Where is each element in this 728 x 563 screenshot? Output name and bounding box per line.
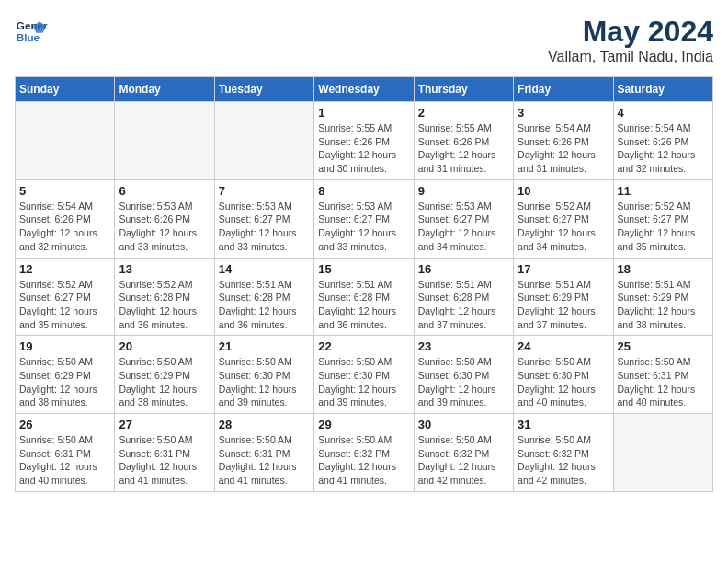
calendar-week-row: 5Sunrise: 5:54 AMSunset: 6:26 PMDaylight… (16, 179, 713, 258)
table-row: 19Sunrise: 5:50 AMSunset: 6:29 PMDayligh… (16, 336, 115, 414)
day-info: Sunrise: 5:52 AMSunset: 6:28 PMDaylight:… (119, 278, 210, 332)
day-info: Sunrise: 5:52 AMSunset: 6:27 PMDaylight:… (19, 278, 110, 332)
day-number: 27 (119, 418, 210, 431)
day-info: Sunrise: 5:54 AMSunset: 6:26 PMDaylight:… (518, 121, 609, 176)
day-number: 9 (418, 184, 509, 198)
day-number: 6 (119, 184, 210, 198)
calendar-header-row: Sunday Monday Tuesday Wednesday Thursday… (16, 77, 713, 102)
day-number: 16 (418, 262, 509, 276)
header-wednesday: Wednesday (314, 77, 414, 102)
calendar-week-row: 26Sunrise: 5:50 AMSunset: 6:31 PMDayligh… (16, 414, 713, 492)
day-info: Sunrise: 5:50 AMSunset: 6:31 PMDaylight:… (19, 433, 110, 488)
table-row: 5Sunrise: 5:54 AMSunset: 6:26 PMDaylight… (16, 179, 115, 258)
day-info: Sunrise: 5:53 AMSunset: 6:27 PMDaylight:… (219, 200, 310, 254)
day-number: 2 (418, 106, 509, 120)
day-info: Sunrise: 5:50 AMSunset: 6:31 PMDaylight:… (119, 433, 210, 488)
day-number: 18 (618, 262, 709, 276)
day-info: Sunrise: 5:52 AMSunset: 6:27 PMDaylight:… (518, 200, 609, 254)
day-info: Sunrise: 5:50 AMSunset: 6:32 PMDaylight:… (318, 433, 409, 488)
day-info: Sunrise: 5:51 AMSunset: 6:28 PMDaylight:… (418, 278, 509, 332)
day-number: 17 (518, 262, 609, 276)
day-info: Sunrise: 5:51 AMSunset: 6:29 PMDaylight:… (518, 278, 609, 332)
table-row (214, 102, 313, 180)
day-info: Sunrise: 5:50 AMSunset: 6:31 PMDaylight:… (219, 433, 310, 488)
day-number: 5 (19, 184, 110, 198)
day-number: 15 (318, 262, 409, 276)
day-info: Sunrise: 5:51 AMSunset: 6:29 PMDaylight:… (618, 278, 709, 332)
table-row: 25Sunrise: 5:50 AMSunset: 6:31 PMDayligh… (613, 336, 712, 414)
header-thursday: Thursday (414, 77, 513, 102)
day-info: Sunrise: 5:53 AMSunset: 6:27 PMDaylight:… (418, 200, 509, 254)
day-info: Sunrise: 5:51 AMSunset: 6:28 PMDaylight:… (318, 278, 409, 332)
logo: General Blue (15, 15, 48, 48)
table-row: 6Sunrise: 5:53 AMSunset: 6:26 PMDaylight… (115, 179, 214, 258)
day-info: Sunrise: 5:50 AMSunset: 6:29 PMDaylight:… (19, 355, 110, 409)
day-number: 21 (219, 339, 310, 353)
day-number: 24 (518, 339, 609, 353)
day-number: 1 (318, 106, 409, 120)
day-number: 8 (318, 184, 409, 198)
table-row: 9Sunrise: 5:53 AMSunset: 6:27 PMDaylight… (414, 179, 513, 258)
day-number: 20 (119, 339, 210, 353)
day-number: 23 (418, 339, 509, 353)
table-row: 11Sunrise: 5:52 AMSunset: 6:27 PMDayligh… (613, 179, 712, 258)
table-row (16, 102, 115, 180)
day-info: Sunrise: 5:50 AMSunset: 6:29 PMDaylight:… (119, 355, 210, 409)
day-info: Sunrise: 5:50 AMSunset: 6:31 PMDaylight:… (618, 355, 709, 409)
table-row: 3Sunrise: 5:54 AMSunset: 6:26 PMDaylight… (514, 102, 613, 180)
page-header: General Blue May 2024 Vallam, Tamil Nadu… (15, 15, 713, 65)
day-info: Sunrise: 5:53 AMSunset: 6:26 PMDaylight:… (119, 200, 210, 254)
day-info: Sunrise: 5:53 AMSunset: 6:27 PMDaylight:… (318, 200, 409, 254)
day-number: 29 (318, 418, 409, 431)
month-year: May 2024 (548, 15, 713, 49)
title-block: May 2024 Vallam, Tamil Nadu, India (548, 15, 713, 65)
table-row: 31Sunrise: 5:50 AMSunset: 6:32 PMDayligh… (514, 414, 613, 492)
day-info: Sunrise: 5:52 AMSunset: 6:27 PMDaylight:… (618, 200, 709, 254)
calendar-week-row: 12Sunrise: 5:52 AMSunset: 6:27 PMDayligh… (16, 258, 713, 336)
day-info: Sunrise: 5:50 AMSunset: 6:32 PMDaylight:… (418, 433, 509, 488)
table-row: 16Sunrise: 5:51 AMSunset: 6:28 PMDayligh… (414, 258, 513, 336)
calendar-week-row: 1Sunrise: 5:55 AMSunset: 6:26 PMDaylight… (16, 102, 713, 180)
calendar-week-row: 19Sunrise: 5:50 AMSunset: 6:29 PMDayligh… (16, 336, 713, 414)
table-row: 2Sunrise: 5:55 AMSunset: 6:26 PMDaylight… (414, 102, 513, 180)
location: Vallam, Tamil Nadu, India (548, 49, 713, 65)
table-row: 13Sunrise: 5:52 AMSunset: 6:28 PMDayligh… (115, 258, 214, 336)
table-row: 14Sunrise: 5:51 AMSunset: 6:28 PMDayligh… (214, 258, 313, 336)
day-info: Sunrise: 5:51 AMSunset: 6:28 PMDaylight:… (219, 278, 310, 332)
table-row: 27Sunrise: 5:50 AMSunset: 6:31 PMDayligh… (115, 414, 214, 492)
table-row: 28Sunrise: 5:50 AMSunset: 6:31 PMDayligh… (214, 414, 313, 492)
table-row (115, 102, 214, 180)
header-tuesday: Tuesday (214, 77, 313, 102)
day-number: 4 (618, 106, 709, 120)
day-number: 11 (618, 184, 709, 198)
table-row: 7Sunrise: 5:53 AMSunset: 6:27 PMDaylight… (214, 179, 313, 258)
day-number: 10 (518, 184, 609, 198)
table-row (613, 414, 712, 492)
day-number: 7 (219, 184, 310, 198)
table-row: 10Sunrise: 5:52 AMSunset: 6:27 PMDayligh… (514, 179, 613, 258)
day-info: Sunrise: 5:50 AMSunset: 6:30 PMDaylight:… (219, 355, 310, 409)
header-monday: Monday (115, 77, 214, 102)
table-row: 23Sunrise: 5:50 AMSunset: 6:30 PMDayligh… (414, 336, 513, 414)
table-row: 18Sunrise: 5:51 AMSunset: 6:29 PMDayligh… (613, 258, 712, 336)
day-info: Sunrise: 5:50 AMSunset: 6:30 PMDaylight:… (518, 355, 609, 409)
table-row: 21Sunrise: 5:50 AMSunset: 6:30 PMDayligh… (214, 336, 313, 414)
day-info: Sunrise: 5:55 AMSunset: 6:26 PMDaylight:… (418, 121, 509, 176)
table-row: 22Sunrise: 5:50 AMSunset: 6:30 PMDayligh… (314, 336, 414, 414)
table-row: 4Sunrise: 5:54 AMSunset: 6:26 PMDaylight… (613, 102, 712, 180)
header-saturday: Saturday (613, 77, 712, 102)
day-info: Sunrise: 5:50 AMSunset: 6:30 PMDaylight:… (418, 355, 509, 409)
day-number: 12 (19, 262, 110, 276)
day-number: 13 (119, 262, 210, 276)
day-info: Sunrise: 5:55 AMSunset: 6:26 PMDaylight:… (318, 121, 409, 176)
table-row: 20Sunrise: 5:50 AMSunset: 6:29 PMDayligh… (115, 336, 214, 414)
day-number: 28 (219, 418, 310, 431)
table-row: 15Sunrise: 5:51 AMSunset: 6:28 PMDayligh… (314, 258, 414, 336)
table-row: 30Sunrise: 5:50 AMSunset: 6:32 PMDayligh… (414, 414, 513, 492)
day-number: 19 (19, 339, 110, 353)
table-row: 17Sunrise: 5:51 AMSunset: 6:29 PMDayligh… (514, 258, 613, 336)
table-row: 12Sunrise: 5:52 AMSunset: 6:27 PMDayligh… (16, 258, 115, 336)
header-sunday: Sunday (16, 77, 115, 102)
day-info: Sunrise: 5:50 AMSunset: 6:32 PMDaylight:… (518, 433, 609, 488)
day-number: 22 (318, 339, 409, 353)
